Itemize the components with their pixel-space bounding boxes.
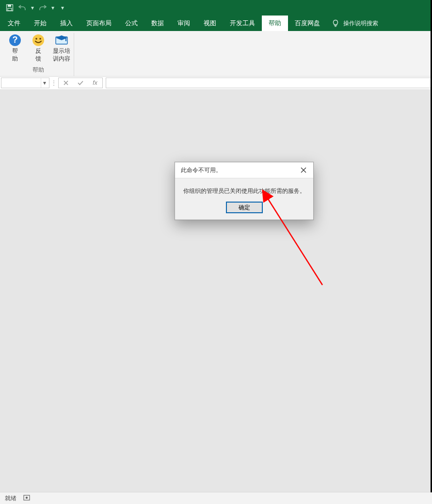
ribbon-group-help: ? 帮 助 反 馈 [3, 33, 74, 76]
qat-redo-dropdown[interactable]: ▾ [49, 4, 56, 11]
status-text: 就绪 [5, 494, 16, 503]
workspace-background [0, 89, 432, 492]
show-training-button[interactable]: 显示培 训内容 [51, 33, 72, 65]
help-circle-icon: ? [9, 34, 21, 47]
tell-me-label: 操作说明搜索 [343, 19, 378, 28]
dialog-title-text: 此命令不可用。 [181, 166, 222, 174]
help-button[interactable]: ? 帮 助 [5, 33, 25, 65]
tab-1[interactable]: 开始 [27, 16, 53, 31]
ok-button[interactable]: 确定 [226, 202, 262, 213]
tab-2[interactable]: 插入 [53, 16, 80, 31]
tab-5[interactable]: 数据 [144, 16, 171, 31]
svg-point-14 [26, 496, 28, 498]
tell-me-search[interactable]: 操作说明搜索 [332, 16, 378, 31]
feedback-button-label-l1: 反 [35, 47, 41, 54]
qat-undo-dropdown[interactable]: ▾ [29, 4, 36, 11]
undo-icon[interactable] [16, 2, 28, 14]
svg-point-9 [39, 38, 41, 40]
tab-8[interactable]: 开发工具 [223, 16, 262, 31]
fx-icon[interactable]: fx [88, 79, 102, 86]
chevron-down-icon[interactable]: ▾ [41, 78, 48, 88]
name-box[interactable]: ▾ [1, 78, 49, 88]
tab-3[interactable]: 页面布局 [80, 16, 118, 31]
svg-point-8 [35, 38, 37, 40]
cancel-formula-icon[interactable] [59, 80, 73, 86]
formula-input[interactable] [106, 78, 432, 88]
show-training-button-label-l2: 训内容 [53, 55, 70, 62]
ok-button-label: 确定 [239, 204, 250, 212]
lightbulb-icon [332, 19, 339, 27]
svg-rect-4 [335, 26, 336, 27]
tab-7[interactable]: 视图 [197, 16, 223, 31]
ribbon-help: ? 帮 助 反 馈 [0, 31, 432, 77]
training-icon [55, 34, 68, 47]
svg-rect-2 [8, 8, 12, 11]
splitter-handle[interactable]: ⋮ [51, 77, 56, 89]
feedback-button-label-l2: 馈 [35, 55, 41, 62]
svg-point-7 [32, 34, 44, 46]
svg-rect-1 [8, 5, 11, 7]
tab-9[interactable]: 帮助 [262, 16, 288, 31]
feedback-button[interactable]: 反 馈 [28, 33, 48, 65]
svg-rect-3 [335, 25, 337, 26]
qat-customize-dropdown[interactable]: ▾ [59, 4, 66, 11]
smiley-icon [32, 34, 45, 47]
formula-bar: ▾ ⋮ fx [0, 77, 432, 90]
macro-record-icon[interactable] [23, 494, 30, 503]
tab-4[interactable]: 公式 [118, 16, 144, 31]
svg-text:?: ? [13, 35, 18, 45]
dialog-titlebar[interactable]: 此命令不可用。 [175, 162, 313, 178]
tab-10[interactable]: 百度网盘 [288, 16, 327, 31]
tab-0[interactable]: 文件 [1, 16, 27, 31]
formula-controls: fx [58, 78, 103, 88]
svg-rect-11 [65, 38, 66, 41]
menu-tabs: 文件开始插入页面布局公式数据审阅视图开发工具帮助百度网盘 操作说明搜索 [0, 16, 432, 31]
redo-icon[interactable] [37, 2, 48, 14]
tab-6[interactable]: 审阅 [171, 16, 197, 31]
enter-formula-icon[interactable] [73, 80, 88, 86]
close-icon[interactable] [294, 162, 313, 178]
command-unavailable-dialog: 此命令不可用。 你组织的管理员已关闭使用此功能所需的服务。 确定 [175, 162, 314, 220]
help-button-label-l1: 帮 [12, 47, 18, 54]
quick-access-toolbar: ▾ ▾ ▾ [0, 0, 432, 16]
help-button-label-l2: 助 [12, 55, 18, 62]
ribbon-group-label: 帮助 [32, 65, 44, 76]
save-icon[interactable] [4, 2, 16, 14]
status-bar: 就绪 [0, 492, 432, 504]
show-training-button-label-l1: 显示培 [53, 47, 70, 54]
dialog-message: 你组织的管理员已关闭使用此功能所需的服务。 [183, 187, 305, 195]
